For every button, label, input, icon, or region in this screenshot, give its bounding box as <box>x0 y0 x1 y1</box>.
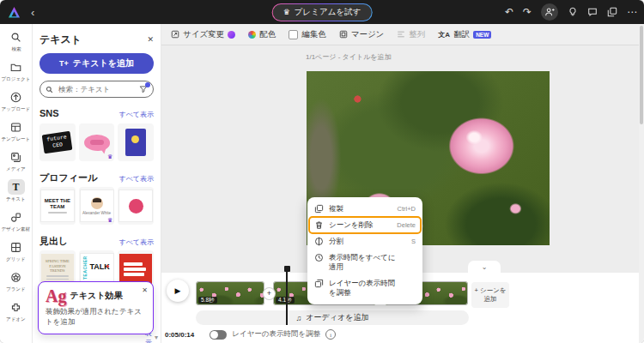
avatar <box>91 197 103 209</box>
template-thumb-speech-bubble[interactable]: ♛ <box>79 123 115 161</box>
menu-item-duplicate[interactable]: 複製 Ctrl+D <box>307 201 422 217</box>
plus-icon: + <box>474 286 477 294</box>
thumb-text: Alexander White <box>82 211 111 215</box>
sidebar-item-search[interactable]: 検索 <box>8 29 25 53</box>
menu-item-label: 分割 <box>329 237 343 246</box>
decorative-line <box>124 262 143 266</box>
add-scene-between-button[interactable]: + <box>264 288 275 299</box>
section-title-heading: 見出し <box>39 235 68 248</box>
panel-scroll-down-icon[interactable]: ▾ <box>155 334 158 341</box>
split-icon <box>314 237 324 246</box>
color-swatch-icon <box>289 30 298 39</box>
scrollbar-thumb[interactable] <box>640 26 643 124</box>
sidebar-label: テキスト <box>6 196 26 202</box>
see-all-link[interactable]: すべて表示 <box>118 174 154 184</box>
copy-pages-icon[interactable] <box>607 7 617 17</box>
back-chevron-icon[interactable]: ‹ <box>31 7 34 18</box>
share-collaborators-button[interactable] <box>541 3 558 21</box>
sidebar-item-design-assets[interactable]: デザイン素材 <box>0 209 32 233</box>
playhead[interactable] <box>283 266 290 325</box>
menu-item-apply-duration-to-all[interactable]: 表示時間をすべてに適用 <box>307 250 422 275</box>
menu-item-label: シーンを削除 <box>329 220 374 230</box>
sidebar-item-addons[interactable]: アドオン <box>5 299 27 323</box>
timeline-collapse-tab[interactable]: ⌄ <box>468 261 501 273</box>
clip-duration-badge: 5.8秒 <box>198 297 217 304</box>
see-all-link[interactable]: すべて表示 <box>118 238 154 247</box>
comment-icon[interactable] <box>587 7 598 17</box>
text-search-field[interactable] <box>39 81 154 98</box>
grid-icon <box>10 242 21 253</box>
undo-button[interactable]: ↶ <box>505 7 513 17</box>
adobe-express-logo-icon[interactable] <box>8 6 21 18</box>
folder-icon <box>10 62 21 73</box>
toolbar-color-scheme-button[interactable]: 配色 <box>248 29 276 40</box>
template-thumb-pink-badge[interactable] <box>118 187 154 225</box>
timeline-footer: 0:05/0:14 レイヤーの表示時間を調整 i <box>161 326 644 343</box>
search-input[interactable] <box>57 84 134 94</box>
menu-shortcut: S <box>411 237 416 245</box>
playhead-line <box>286 272 288 325</box>
duplicate-icon <box>314 204 324 214</box>
redo-button[interactable]: ↷ <box>523 7 532 17</box>
menu-item-split[interactable]: 分割 S <box>307 233 422 250</box>
play-button[interactable]: ▶ <box>167 280 189 302</box>
toolbar-translate-button[interactable]: 文A 翻訳 NEW <box>438 29 491 40</box>
sidebar-item-templates[interactable]: テンプレート <box>0 119 32 143</box>
text-panel: テキスト ✕ T+ テキストを追加 SNS すべて表示 future CEO <box>33 24 161 343</box>
sidebar-item-text[interactable]: T テキスト <box>5 179 27 203</box>
menu-item-label: 表示時間をすべてに適用 <box>329 253 399 272</box>
timeline-clip-1[interactable]: 5.8秒 <box>196 281 264 305</box>
toolbar-label: 翻訳 <box>453 29 470 40</box>
add-text-button[interactable]: T+ テキストを追加 <box>39 53 154 74</box>
template-thumb-meet-the-team[interactable]: MEET THE TEAM <box>39 187 76 225</box>
toolbar-label: 配色 <box>259 29 276 40</box>
sidebar-item-brand[interactable]: ブランド <box>5 269 27 293</box>
brand-icon <box>10 272 21 283</box>
filter-button[interactable] <box>139 85 148 93</box>
toolbar-label: 整列 <box>409 29 425 40</box>
panel-title: テキスト <box>39 33 82 47</box>
toolbar-margin-button[interactable]: マージン <box>339 29 385 40</box>
try-premium-label: プレミアムを試す <box>295 7 361 18</box>
menu-item-delete-scene[interactable]: シーンを削除 Delete <box>307 217 422 233</box>
window-scrollbar[interactable] <box>639 24 644 343</box>
music-note-icon: ♫ <box>296 314 302 322</box>
addons-icon <box>10 302 21 313</box>
menu-item-adjust-layer-duration[interactable]: レイヤーの表示時間を調整 <box>307 275 422 301</box>
add-scene-button[interactable]: + シーンを追加 <box>471 282 509 308</box>
add-scene-label: シーンを追加 <box>480 286 507 303</box>
decorative-line <box>46 275 69 277</box>
see-all-link[interactable]: すべて表示 <box>118 110 154 119</box>
sidebar-label: テンプレート <box>2 135 31 142</box>
playhead-handle[interactable] <box>284 266 290 272</box>
search-icon <box>10 32 21 43</box>
add-text-label: テキストを追加 <box>73 57 134 69</box>
template-thumb-blue-card[interactable] <box>118 123 154 161</box>
playback-time: 0:05/0:14 <box>165 331 194 339</box>
tooltip-close-button[interactable]: ✕ <box>142 286 148 294</box>
sidebar-item-projects[interactable]: プロジェクト <box>0 59 32 83</box>
add-audio-button[interactable]: ♫ オーディオを追加 <box>196 310 469 325</box>
thumb-text: MEET THE TEAM <box>41 198 74 210</box>
toolbar-resize-button[interactable]: サイズ変更 <box>171 29 235 40</box>
panel-close-button[interactable]: ✕ <box>147 35 154 44</box>
sidebar-item-uploads[interactable]: アップロード <box>0 89 32 113</box>
speech-bubble-graphic <box>84 135 110 151</box>
more-options-button[interactable]: ⋯ <box>627 7 637 17</box>
toolbar-edit-color-button[interactable]: 編集色 <box>289 29 326 40</box>
try-premium-button[interactable]: ♛ プレミアムを試す <box>272 3 373 21</box>
lightbulb-icon[interactable] <box>568 7 578 17</box>
thumb-text: TEACHER <box>82 256 88 280</box>
info-icon[interactable]: i <box>325 329 336 340</box>
premium-crown-icon: ♛ <box>107 153 112 160</box>
sidebar-item-grid[interactable]: グリッド <box>5 239 27 263</box>
toolbar-label: サイズ変更 <box>183 29 224 40</box>
sidebar-label: グリッド <box>6 256 26 262</box>
template-thumb-future-ceo[interactable]: future CEO <box>39 123 76 161</box>
new-badge: NEW <box>473 31 491 39</box>
layer-duration-toggle[interactable] <box>210 330 227 340</box>
sidebar-item-media[interactable]: メディア <box>5 149 27 173</box>
page-title-label[interactable]: 1/1ページ - タイトルを追加 <box>306 52 392 62</box>
translate-icon: 文A <box>438 30 450 39</box>
template-thumb-profile-card[interactable]: Alexander White ♛ <box>79 187 115 225</box>
